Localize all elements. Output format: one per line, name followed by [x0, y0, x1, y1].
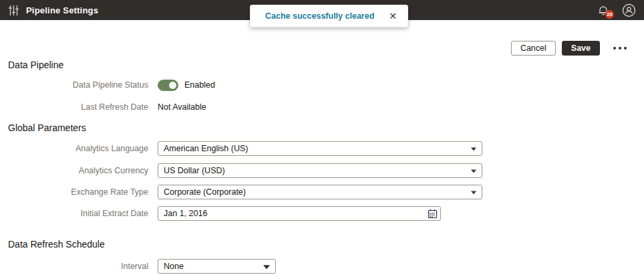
page-title: Pipeline Settings — [26, 5, 98, 15]
analytics-currency-label: Analytics Currency — [8, 166, 148, 175]
calendar-picker-button[interactable] — [428, 209, 438, 219]
user-avatar-button[interactable] — [622, 3, 636, 17]
interval-value: None — [164, 262, 184, 271]
analytics-currency-select[interactable]: US Dollar (USD) — [158, 163, 482, 178]
analytics-language-value: American English (US) — [164, 144, 248, 153]
last-refresh-value: Not Available — [158, 102, 206, 112]
row-interval: Interval None — [8, 259, 644, 274]
initial-extract-date-field — [158, 206, 441, 221]
exchange-rate-type-label: Exchange Rate Type — [8, 187, 148, 197]
row-exchange-rate-type: Exchange Rate Type Corporate (Corporate) — [8, 185, 644, 199]
calendar-icon — [428, 209, 438, 219]
last-refresh-label: Last Refresh Date — [8, 102, 148, 112]
initial-extract-date-input[interactable] — [164, 209, 428, 218]
section-title-data-pipeline: Data Pipeline — [8, 60, 644, 70]
dot-icon — [613, 47, 616, 50]
pipeline-status-toggle[interactable] — [158, 80, 178, 91]
dot-icon — [619, 47, 621, 50]
notifications-badge: 20 — [605, 10, 614, 19]
header-right-group: 20 — [598, 3, 636, 17]
settings-form: Data Pipeline Data Pipeline Status Enabl… — [0, 60, 644, 274]
sliders-icon — [8, 5, 19, 16]
notifications-button[interactable]: 20 — [598, 5, 609, 16]
avatar-icon — [622, 3, 636, 17]
chevron-down-icon — [471, 191, 476, 195]
pipeline-status-value: Enabled — [184, 80, 215, 90]
dot-icon — [624, 47, 627, 50]
chevron-down-icon — [263, 265, 270, 269]
chevron-down-icon — [471, 148, 476, 151]
row-analytics-language: Analytics Language American English (US) — [8, 141, 644, 156]
pipeline-status-label: Data Pipeline Status — [8, 80, 148, 90]
toast-notification: Cache successfully cleared ✕ — [250, 5, 408, 27]
section-title-global-parameters: Global Parameters — [8, 122, 644, 133]
section-title-data-refresh-schedule: Data Refresh Schedule — [8, 239, 644, 250]
exchange-rate-type-select[interactable]: Corporate (Corporate) — [158, 185, 482, 199]
interval-select[interactable]: None — [158, 259, 276, 274]
save-button[interactable]: Save — [562, 41, 600, 56]
row-last-refresh: Last Refresh Date Not Available — [8, 102, 644, 112]
overflow-menu-button[interactable] — [609, 47, 631, 50]
toast-message: Cache successfully cleared — [265, 11, 374, 21]
sliders-menu-icon[interactable] — [8, 5, 19, 16]
row-initial-extract-date: Initial Extract Date — [8, 206, 644, 221]
exchange-rate-type-value: Corporate (Corporate) — [164, 187, 246, 197]
toggle-knob — [168, 81, 177, 90]
toast-close-icon[interactable]: ✕ — [387, 11, 398, 21]
cancel-button[interactable]: Cancel — [511, 41, 556, 56]
interval-label: Interval — [8, 262, 148, 271]
analytics-language-label: Analytics Language — [8, 144, 148, 153]
analytics-language-select[interactable]: American English (US) — [158, 141, 482, 156]
row-analytics-currency: Analytics Currency US Dollar (USD) — [8, 163, 644, 178]
analytics-currency-value: US Dollar (USD) — [164, 166, 225, 175]
initial-extract-date-label: Initial Extract Date — [8, 209, 148, 218]
row-pipeline-status: Data Pipeline Status Enabled — [8, 79, 644, 91]
chevron-down-icon — [471, 170, 476, 173]
